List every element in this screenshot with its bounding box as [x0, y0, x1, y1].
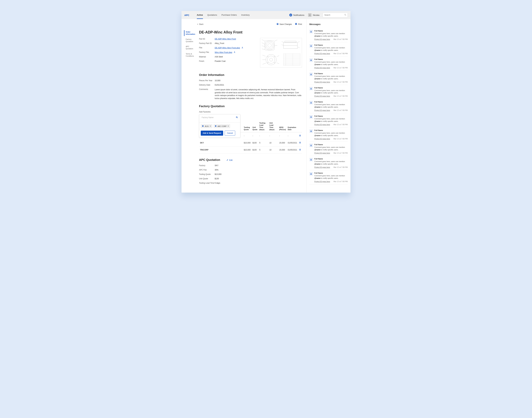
- table-cell: $10,000: [243, 139, 251, 146]
- user-avatar-icon: [309, 158, 313, 161]
- svg-point-68: [311, 173, 311, 174]
- table-cell: -: [243, 132, 251, 139]
- table-cell: 01/05/2021: [287, 146, 298, 153]
- apc-field-value: SKY: [215, 164, 218, 167]
- table-cell: $100: [251, 139, 258, 146]
- table-header: [298, 121, 302, 132]
- message-text: Comment goes here, users can mention @na…: [314, 75, 348, 80]
- nav-tab-inventory[interactable]: Inventory: [241, 11, 249, 19]
- message-project-link[interactable]: Project ID goes here: [314, 138, 330, 140]
- sidenav-item-apc-quotation[interactable]: APC Quotation: [184, 45, 196, 50]
- search-icon: [344, 14, 346, 16]
- notifications-button[interactable]: 10 Notifications: [289, 14, 305, 16]
- cancel-button[interactable]: Cancel: [225, 131, 235, 136]
- apc-field-label: Unit Quote: [199, 178, 215, 180]
- print-button[interactable]: Print: [295, 23, 302, 25]
- sidenav-item-terms-conditions[interactable]: Terms & Conditions: [184, 52, 196, 58]
- print-icon: [295, 23, 297, 25]
- table-cell: $100: [251, 146, 258, 153]
- user-avatar-icon: [309, 44, 313, 47]
- sidenav-item-factory-quotation[interactable]: Factory Quotation: [184, 37, 196, 43]
- svg-rect-48: [202, 126, 203, 127]
- factory-name: TRICORP: [199, 146, 243, 153]
- page-actions: < Back Save Changes Print: [184, 23, 302, 25]
- nav-tab-active[interactable]: Active: [197, 11, 203, 19]
- table-cell: 5: [258, 139, 268, 146]
- download-icon[interactable]: [234, 51, 236, 54]
- page-title: DE-ADP-Winc Alloy Front: [199, 30, 302, 35]
- factory-search-input[interactable]: [201, 115, 239, 120]
- svg-rect-4: [260, 38, 302, 68]
- message-project-link[interactable]: Project ID goes here: [314, 38, 330, 40]
- delete-row-button[interactable]: [298, 132, 302, 139]
- svg-point-66: [311, 145, 311, 145]
- apc-field-label: Tooling Quote: [199, 173, 215, 175]
- table-cell: 01/05/2021: [287, 139, 298, 146]
- download-icon[interactable]: [241, 47, 243, 49]
- delete-row-button[interactable]: [298, 139, 302, 146]
- message-project-link[interactable]: Project ID goes here: [314, 67, 330, 69]
- pencil-icon: [226, 159, 228, 161]
- factory-file-link[interactable]: Winc Alloy Front.dwg: [215, 51, 232, 54]
- svg-rect-54: [215, 126, 215, 126]
- message-project-link[interactable]: Project ID goes here: [314, 109, 330, 111]
- message-item: Full NameComment goes here, users can me…: [309, 156, 348, 170]
- delete-row-button[interactable]: [298, 146, 302, 153]
- comments-label: Comments: [199, 88, 215, 90]
- file-link[interactable]: DE-ADP-Winc Alloy Front.dwg: [215, 47, 240, 49]
- message-text: Comment goes here, users can mention @na…: [314, 132, 348, 137]
- svg-line-47: [237, 118, 238, 118]
- part-id-link[interactable]: DE-ADP-Winc Alloy Front: [215, 38, 236, 40]
- nav-tab-quotations[interactable]: Quotations: [207, 11, 217, 19]
- table-cell: -: [258, 132, 268, 139]
- part-id-label: Part ID:: [199, 38, 215, 40]
- message-text: Comment goes here, users can mention @na…: [314, 46, 348, 52]
- table-cell: 10: [268, 146, 278, 153]
- message-text: Comment goes here, users can mention @na…: [314, 160, 348, 165]
- message-item: Full NameComment goes here, users can me…: [309, 170, 348, 185]
- svg-rect-57: [216, 126, 216, 126]
- section-nav: Order InformationFactory QuotationAPC Qu…: [184, 30, 196, 186]
- user-avatar-icon: [309, 144, 313, 147]
- message-project-link[interactable]: Project ID goes here: [314, 181, 330, 182]
- table-cell: -: [251, 132, 258, 139]
- nav-tab-purchase-orders[interactable]: Purchase Orders: [222, 11, 237, 19]
- message-project-link[interactable]: Project ID goes here: [314, 95, 330, 97]
- apc-quotation-title: APC Quotation Edit: [199, 158, 302, 162]
- svg-point-64: [311, 116, 311, 117]
- message-project-link[interactable]: Project ID goes here: [314, 81, 330, 83]
- svg-point-46: [236, 117, 237, 118]
- sidenav-item-order-information[interactable]: Order Information: [184, 30, 196, 36]
- remove-chip-icon[interactable]: ✕: [210, 125, 211, 127]
- edit-apc-quotation-button[interactable]: Edit: [226, 159, 233, 161]
- svg-point-61: [311, 74, 311, 74]
- user-avatar-icon: [309, 30, 313, 33]
- svg-point-60: [311, 59, 311, 60]
- back-link[interactable]: < Back: [197, 23, 203, 25]
- save-changes-button[interactable]: Save Changes: [276, 23, 292, 25]
- nav-tabs: ActiveQuotationsPurchase OrdersInventory: [197, 11, 250, 19]
- svg-rect-51: [202, 126, 203, 126]
- table-cell: 20,000: [278, 146, 287, 153]
- message-project-link[interactable]: Project ID goes here: [314, 124, 330, 126]
- message-timestamp: Mar 12 at 7:00 PM: [334, 138, 348, 140]
- part-drawing-thumbnail[interactable]: [260, 38, 302, 68]
- search-input[interactable]: [323, 13, 348, 17]
- message-author: Full Name: [314, 115, 348, 117]
- svg-rect-3: [277, 23, 278, 24]
- remove-chip-icon[interactable]: ✕: [227, 125, 229, 127]
- message-author: Full Name: [314, 144, 348, 145]
- message-project-link[interactable]: Project ID goes here: [314, 166, 330, 168]
- user-menu[interactable]: Nicolas: [308, 13, 319, 17]
- svg-rect-50: [203, 126, 203, 126]
- message-item: Full NameComment goes here, users can me…: [309, 85, 348, 99]
- message-text: Comment goes here, users can mention @na…: [314, 104, 348, 108]
- table-cell: -: [278, 132, 287, 139]
- message-project-link[interactable]: Project ID goes here: [314, 152, 330, 154]
- factory-part-id-label: Factory Part ID:: [199, 42, 215, 45]
- message-timestamp: Mar 12 at 7:00 PM: [334, 53, 348, 54]
- message-item: Full NameComment goes here, users can me…: [309, 71, 348, 85]
- svg-rect-52: [203, 126, 203, 126]
- add-send-request-button[interactable]: Add & Send Request: [201, 131, 223, 136]
- message-project-link[interactable]: Project ID goes here: [314, 53, 330, 54]
